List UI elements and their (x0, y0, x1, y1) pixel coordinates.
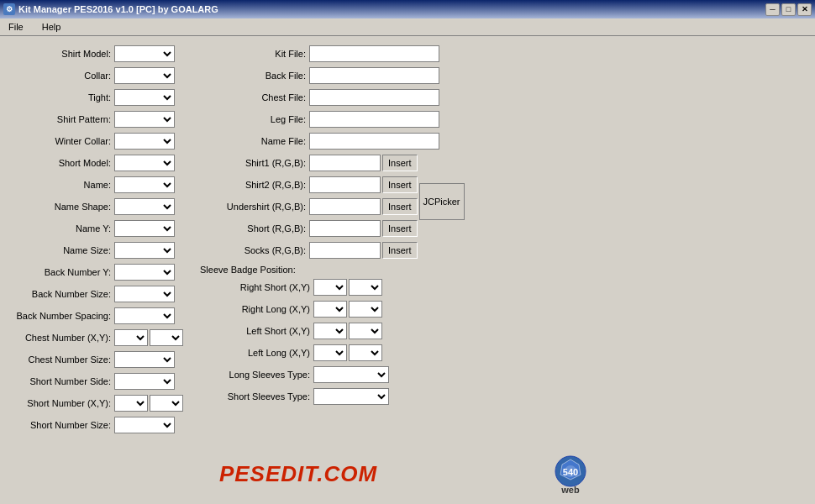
winter-collar-label: Winter Collar: (13, 136, 114, 146)
collar-combo[interactable] (114, 67, 175, 84)
kit-file-input[interactable] (309, 45, 439, 62)
right-long-row: Right Long (X,Y) (200, 300, 465, 318)
leg-file-row: Leg File: (200, 110, 465, 129)
left-short-y-combo[interactable] (349, 323, 382, 339)
name-combo[interactable] (114, 176, 175, 193)
back-number-spacing-row: Back Number Spacing: (13, 307, 183, 325)
short-rgb-row: Short (R,G,B): Insert (200, 219, 465, 238)
short-sleeves-type-label: Short Sleeves Type: (200, 391, 313, 402)
short-number-side-combo[interactable] (114, 373, 175, 390)
name-label: Name: (13, 180, 114, 190)
shirt-pattern-combo[interactable] (114, 111, 175, 128)
name-file-input[interactable] (309, 133, 439, 150)
jcpicker-button[interactable]: JCPicker (419, 183, 465, 220)
name-file-row: Name File: (200, 132, 465, 150)
right-long-combos (313, 301, 382, 318)
svg-text:web: web (560, 485, 580, 495)
back-file-input[interactable] (309, 67, 439, 84)
short-number-side-label: Short Number Side: (13, 376, 114, 386)
chest-file-input[interactable] (309, 89, 439, 106)
minimize-button[interactable]: ─ (765, 3, 780, 16)
chest-number-size-row: Chest Number Size: (13, 350, 183, 369)
socks-insert-button[interactable]: Insert (382, 242, 418, 259)
shirt1-input[interactable] (309, 155, 381, 171)
help-menu[interactable]: Help (37, 20, 66, 34)
back-number-size-label: Back Number Size: (13, 289, 114, 299)
back-number-size-combo[interactable] (114, 286, 175, 302)
main-content: Shirt Model: Collar: Tight: Shirt Patter… (0, 36, 815, 503)
left-long-y-combo[interactable] (349, 344, 382, 361)
socks-row: Socks (R,G,B): Insert (200, 241, 465, 260)
short-rgb-input[interactable] (309, 220, 381, 237)
right-short-label: Right Short (X,Y) (200, 282, 313, 292)
back-file-label: Back File: (200, 71, 309, 81)
short-number-size-row: Short Number Size: (13, 416, 183, 434)
long-sleeves-type-label: Long Sleeves Type: (200, 370, 313, 380)
chest-number-size-combo[interactable] (114, 351, 175, 368)
short-number-xy-combos (114, 395, 183, 412)
svg-text:540: 540 (563, 467, 578, 477)
back-number-y-label: Back Number Y: (13, 267, 114, 277)
leg-file-input[interactable] (309, 111, 439, 128)
short-insert-button[interactable]: Insert (382, 220, 418, 237)
watermarks-area: PESEDIT.COM 540 web (0, 453, 815, 495)
socks-input[interactable] (309, 242, 381, 259)
app-icon: ⚙ (3, 3, 15, 15)
name-y-combo[interactable] (114, 220, 175, 237)
sleeve-badge-section: Sleeve Badge Position: Right Short (X,Y)… (200, 265, 465, 406)
left-short-x-combo[interactable] (313, 323, 347, 339)
shirt-pattern-row: Shirt Pattern: (13, 110, 183, 129)
right-short-x-combo[interactable] (313, 279, 347, 296)
shirt2-input[interactable] (309, 176, 381, 193)
collar-label: Collar: (13, 71, 114, 81)
short-model-row: Short Model: (13, 154, 183, 172)
chest-file-label: Chest File: (200, 92, 309, 102)
short-number-size-combo[interactable] (114, 417, 175, 433)
long-sleeves-type-combo[interactable] (313, 366, 389, 383)
short-number-xy-row: Short Number (X,Y): (13, 394, 183, 412)
shirt1-insert-button[interactable]: Insert (382, 155, 418, 171)
name-shape-combo[interactable] (114, 198, 175, 215)
left-short-label: Left Short (X,Y) (200, 326, 313, 336)
close-button[interactable]: ✕ (797, 3, 812, 16)
back-number-spacing-combo[interactable] (114, 307, 175, 324)
name-size-combo[interactable] (114, 242, 175, 259)
right-long-x-combo[interactable] (313, 301, 347, 318)
short-sleeves-type-combo[interactable] (313, 388, 389, 405)
window-title: Kit Manager PES2016 v1.0 [PC] by GOALARG (18, 4, 218, 14)
shirt2-insert-button[interactable]: Insert (382, 176, 418, 193)
left-long-label: Left Long (X,Y) (200, 348, 313, 358)
maximize-button[interactable]: □ (781, 3, 796, 16)
right-short-y-combo[interactable] (349, 279, 382, 296)
undershirt-insert-button[interactable]: Insert (382, 198, 418, 215)
right-long-y-combo[interactable] (349, 301, 382, 318)
name-y-label: Name Y: (13, 223, 114, 234)
short-model-combo[interactable] (114, 155, 175, 171)
name-size-label: Name Size: (13, 245, 114, 255)
tight-combo[interactable] (114, 89, 175, 106)
shirt1-row: Shirt1 (R,G,B): Insert (200, 154, 465, 172)
file-menu[interactable]: File (3, 20, 29, 34)
chest-number-x-combo[interactable] (114, 329, 148, 346)
chest-number-y-combo[interactable] (150, 329, 183, 346)
chest-number-xy-combos (114, 329, 183, 346)
left-short-row: Left Short (X,Y) (200, 322, 465, 340)
short-number-y-combo[interactable] (150, 395, 183, 412)
menu-bar: File Help (0, 18, 815, 36)
back-number-y-combo[interactable] (114, 264, 175, 281)
540web-logo-svg: 540 web (545, 453, 596, 495)
back-number-y-row: Back Number Y: (13, 263, 183, 281)
undershirt-input[interactable] (309, 198, 381, 215)
left-long-x-combo[interactable] (313, 344, 347, 361)
shirt-model-label: Shirt Model: (13, 49, 114, 59)
short-number-x-combo[interactable] (114, 395, 148, 412)
short-rgb-label: Short (R,G,B): (200, 223, 309, 234)
right-short-row: Right Short (X,Y) (200, 278, 465, 297)
winter-collar-combo[interactable] (114, 133, 175, 150)
title-bar: ⚙ Kit Manager PES2016 v1.0 [PC] by GOALA… (0, 0, 815, 18)
pesedit-watermark: PESEDIT.COM (219, 461, 377, 487)
short-number-xy-label: Short Number (X,Y): (13, 398, 114, 408)
back-number-spacing-label: Back Number Spacing: (13, 311, 114, 321)
shirt-model-combo[interactable] (114, 45, 175, 62)
left-short-combos (313, 323, 382, 339)
